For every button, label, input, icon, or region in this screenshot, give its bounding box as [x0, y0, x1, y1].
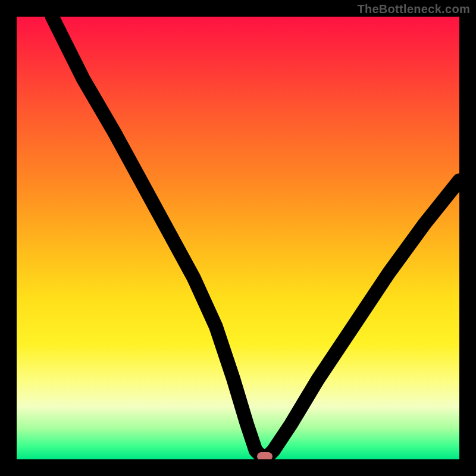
- min-marker: [257, 452, 273, 459]
- bottleneck-curve: [52, 17, 459, 459]
- chart-frame: TheBottleneck.com: [0, 0, 476, 476]
- watermark-text: TheBottleneck.com: [357, 2, 470, 16]
- curve-svg: [17, 17, 459, 459]
- plot-area: [17, 17, 459, 459]
